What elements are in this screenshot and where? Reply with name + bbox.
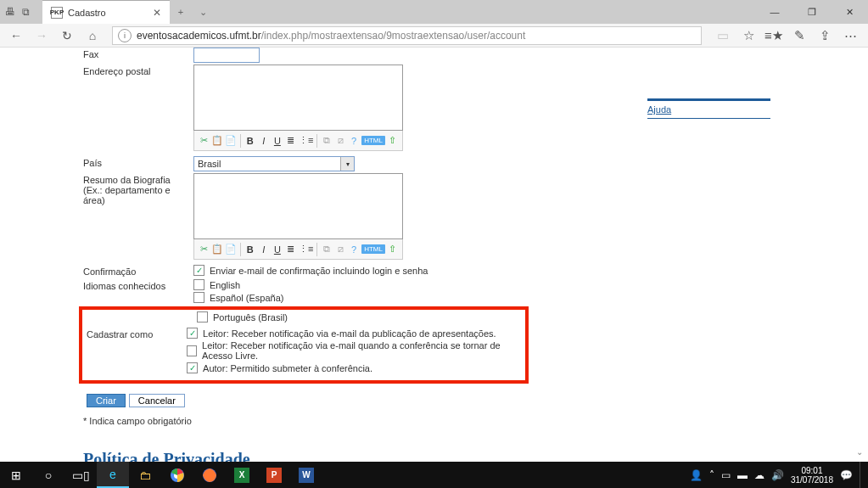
tab-title: Cadastro xyxy=(68,8,146,18)
reading-view-icon[interactable]: ▭ xyxy=(710,25,736,46)
required-note: * Indica campo obrigatório xyxy=(83,416,868,426)
forward-button[interactable]: → xyxy=(31,25,53,46)
more-icon[interactable]: ⋯ xyxy=(837,25,863,46)
address-textarea[interactable] xyxy=(193,65,403,131)
favorites-list-icon[interactable]: ≡★ xyxy=(761,25,787,46)
help-icon[interactable]: ? xyxy=(348,133,360,149)
url-path: /index.php/mostraextensao/9mostraextensa… xyxy=(261,30,526,42)
html-icon[interactable]: HTML xyxy=(361,244,385,254)
notifications-icon[interactable]: 💬 xyxy=(840,469,853,481)
link-icon[interactable]: ⧉ xyxy=(321,133,333,149)
italic-icon[interactable]: I xyxy=(258,242,270,257)
fax-input[interactable] xyxy=(193,48,260,63)
bullet-list-icon[interactable]: ≣ xyxy=(285,133,297,149)
italic-icon[interactable]: I xyxy=(258,133,270,149)
number-list-icon[interactable]: ⋮≡ xyxy=(299,133,313,149)
word-taskbar-icon[interactable]: W xyxy=(290,462,322,488)
cortana-button[interactable]: ○ xyxy=(32,462,64,488)
bio-textarea[interactable] xyxy=(193,173,403,239)
role-reader-checkbox[interactable]: ✓ xyxy=(187,328,198,339)
system-tray: 👤 ˄ ▭ ▬ ☁ 🔊 09:01 31/07/2018 💬 xyxy=(690,462,868,488)
onedrive-icon[interactable]: ☁ xyxy=(754,469,764,481)
task-view-button[interactable]: ▭▯ xyxy=(64,462,97,488)
favorite-icon[interactable]: ☆ xyxy=(736,25,761,46)
country-selected: Brasil xyxy=(198,159,221,169)
powerpoint-taskbar-icon[interactable]: P xyxy=(258,462,290,488)
paste-icon[interactable]: 📄 xyxy=(225,242,237,257)
languages-label: Idiomas conhecidos xyxy=(83,279,193,291)
country-select[interactable]: Brasil ▾ xyxy=(193,156,355,171)
page-content: Ajuda Fax Endereço postal ✂ 📋 📄 B I U ≣ … xyxy=(0,48,868,462)
network-icon[interactable]: ▭ xyxy=(721,469,731,481)
url-input[interactable]: i eventosacademicos.ufmt.br/index.php/mo… xyxy=(112,26,702,45)
help-icon[interactable]: ? xyxy=(348,242,360,257)
underline-icon[interactable]: U xyxy=(272,133,283,149)
tabs-icon[interactable]: ⧉ xyxy=(19,5,32,19)
bio-editor-toolbar: ✂ 📋 📄 B I U ≣ ⋮≡ ⧉ ⧄ ? HTML ⇧ xyxy=(193,239,403,260)
new-tab-button[interactable]: + xyxy=(170,7,192,17)
help-link[interactable]: Ajuda xyxy=(647,104,671,115)
show-desktop-button[interactable] xyxy=(860,462,865,488)
lang-en-checkbox[interactable] xyxy=(193,279,204,290)
share-icon[interactable]: ⇪ xyxy=(812,25,837,46)
clock-date: 31/07/2018 xyxy=(791,475,833,485)
explorer-taskbar-icon[interactable]: 🗀 xyxy=(129,462,161,488)
volume-icon[interactable]: 🔊 xyxy=(771,469,784,481)
browser-tab[interactable]: PKP Cadastro ✕ xyxy=(42,0,170,24)
role-reader-label: Leitor: Receber notificação via e-mail d… xyxy=(203,328,496,339)
copy-icon[interactable]: 📋 xyxy=(211,133,223,149)
notes-icon[interactable]: ✎ xyxy=(787,25,812,46)
role-author-checkbox[interactable]: ✓ xyxy=(187,362,198,373)
address-editor-toolbar: ✂ 📋 📄 B I U ≣ ⋮≡ ⧉ ⧄ ? HTML ⇧ xyxy=(193,131,403,151)
role-highlight-box: Português (Brasil) Cadastrar como ✓Leito… xyxy=(79,306,529,384)
bold-icon[interactable]: B xyxy=(244,242,256,257)
firefox-taskbar-icon[interactable] xyxy=(193,462,226,488)
number-list-icon[interactable]: ⋮≡ xyxy=(299,242,313,257)
bio-label: Resumo da Biografia xyxy=(83,175,193,185)
bold-icon[interactable]: B xyxy=(244,133,256,149)
refresh-button[interactable]: ↻ xyxy=(56,25,78,46)
underline-icon[interactable]: U xyxy=(272,242,283,257)
cut-icon[interactable]: ✂ xyxy=(198,242,210,257)
people-icon[interactable]: 👤 xyxy=(690,469,703,481)
clock-time: 09:01 xyxy=(791,466,833,475)
cancel-button[interactable]: Cancelar xyxy=(129,394,185,407)
bullet-list-icon[interactable]: ≣ xyxy=(285,242,297,257)
window-titlebar: 🖶 ⧉ PKP Cadastro ✕ + ⌄ — ❐ ✕ xyxy=(0,0,868,24)
tray-chevron-icon[interactable]: ˄ xyxy=(709,469,714,481)
role-reader2-checkbox[interactable] xyxy=(187,345,197,356)
edge-taskbar-icon[interactable]: e xyxy=(97,462,129,488)
copy-icon[interactable]: 📋 xyxy=(211,242,223,257)
bio-label-sub: (Ex.: departamento e área) xyxy=(83,185,193,205)
minimize-button[interactable]: — xyxy=(756,0,793,24)
confirm-email-checkbox[interactable]: ✓ xyxy=(193,265,204,276)
battery-icon[interactable]: ▬ xyxy=(737,469,748,481)
back-button[interactable]: ← xyxy=(5,25,27,46)
print-icon[interactable]: 🖶 xyxy=(3,5,17,19)
lang-pt-checkbox[interactable] xyxy=(197,311,208,323)
maximize-button[interactable]: ❐ xyxy=(793,0,831,24)
link-icon[interactable]: ⧉ xyxy=(321,242,333,257)
upload-icon[interactable]: ⇧ xyxy=(387,242,399,257)
paste-icon[interactable]: 📄 xyxy=(225,133,237,149)
tab-chevron-icon[interactable]: ⌄ xyxy=(192,7,214,18)
site-info-icon[interactable]: i xyxy=(118,29,132,42)
close-window-button[interactable]: ✕ xyxy=(831,0,868,24)
lang-es-checkbox[interactable] xyxy=(193,292,204,303)
unlink-icon[interactable]: ⧄ xyxy=(334,133,346,149)
start-button[interactable]: ⊞ xyxy=(0,462,32,488)
cut-icon[interactable]: ✂ xyxy=(198,133,210,149)
chrome-taskbar-icon[interactable] xyxy=(161,462,193,488)
upload-icon[interactable]: ⇧ xyxy=(387,133,399,149)
excel-taskbar-icon[interactable]: X xyxy=(226,462,258,488)
html-icon[interactable]: HTML xyxy=(361,136,385,145)
country-label: País xyxy=(83,156,193,168)
tab-close-icon[interactable]: ✕ xyxy=(153,7,161,19)
create-button[interactable]: Criar xyxy=(87,394,126,407)
fax-label: Fax xyxy=(83,48,193,59)
home-button[interactable]: ⌂ xyxy=(81,25,104,46)
unlink-icon[interactable]: ⧄ xyxy=(334,242,346,257)
clock[interactable]: 09:01 31/07/2018 xyxy=(791,466,833,485)
scroll-down-icon[interactable]: ⌄ xyxy=(853,445,866,458)
chevron-down-icon: ▾ xyxy=(340,157,354,171)
